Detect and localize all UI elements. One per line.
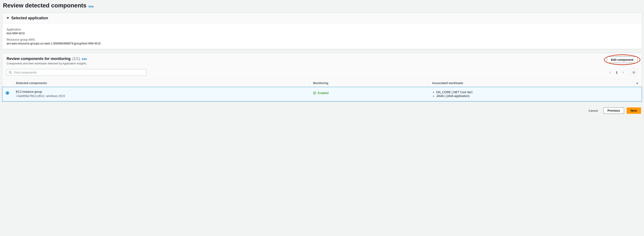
search-wrap bbox=[6, 69, 146, 76]
workloads-list: DN_CORE (.NET Core tier) JAVA1 (JAVA app… bbox=[432, 90, 638, 98]
col-workloads[interactable]: Associated workloads bbox=[429, 79, 633, 87]
components-toolbar: 1 bbox=[2, 67, 642, 79]
pager: 1 bbox=[607, 69, 638, 76]
page-title-text: Review detected components bbox=[3, 2, 86, 9]
svg-point-3 bbox=[313, 92, 316, 94]
review-components-title: Review components for monitoring bbox=[6, 56, 70, 61]
gear-icon bbox=[632, 70, 636, 74]
component-subtext: i-0a0858a7fd11cd51c: windows 2019 bbox=[16, 94, 306, 98]
footer-actions: Cancel Previous Next bbox=[2, 105, 642, 114]
col-detected[interactable]: Detected components bbox=[12, 79, 310, 87]
selected-application-header[interactable]: Selected application bbox=[2, 13, 642, 23]
row-radio[interactable] bbox=[6, 91, 9, 95]
svg-point-0 bbox=[9, 71, 11, 73]
search-input[interactable] bbox=[6, 69, 146, 76]
settings-button[interactable] bbox=[630, 69, 638, 76]
col-monitoring[interactable]: Monitoring bbox=[310, 79, 428, 87]
svg-point-2 bbox=[634, 72, 634, 73]
pager-next-button[interactable] bbox=[620, 69, 626, 75]
resource-group-arn-label: Resource group ARN bbox=[6, 38, 638, 41]
components-table: Detected components Monitoring Associate… bbox=[2, 79, 642, 101]
next-button[interactable]: Next bbox=[626, 107, 641, 114]
chevron-right-icon bbox=[622, 71, 624, 74]
caret-down-icon bbox=[6, 17, 9, 19]
search-icon bbox=[9, 71, 12, 74]
review-components-header: Review components for monitoring (1/1) I… bbox=[2, 53, 642, 67]
chevron-left-icon bbox=[609, 71, 612, 74]
page-info-link[interactable]: Info bbox=[88, 5, 94, 8]
review-components-info-link[interactable]: Info bbox=[82, 57, 87, 61]
resource-group-arn-value: arn:aws:resource-groups:us-east-1:856960… bbox=[6, 42, 638, 45]
cancel-button[interactable]: Cancel bbox=[586, 107, 601, 114]
application-label: Application bbox=[6, 28, 638, 31]
column-menu-icon bbox=[636, 83, 638, 84]
pager-prev-button[interactable] bbox=[607, 69, 613, 75]
check-circle-icon bbox=[313, 91, 316, 95]
col-actions[interactable] bbox=[633, 79, 642, 87]
review-components-panel: Review components for monitoring (1/1) I… bbox=[2, 53, 642, 101]
previous-button[interactable]: Previous bbox=[604, 107, 624, 114]
selected-application-body: Application test-MW-W19 Resource group A… bbox=[2, 23, 642, 49]
workload-item: DN_CORE (.NET Core tier) bbox=[436, 90, 638, 94]
monitoring-status: Enabled bbox=[313, 91, 328, 95]
edit-component-annotation: Edit component bbox=[607, 56, 638, 63]
edit-component-button[interactable]: Edit component bbox=[607, 56, 638, 63]
table-row[interactable]: EC2 instance group i-0a0858a7fd11cd51c: … bbox=[2, 87, 642, 101]
review-components-subtitle: Components and their workloads detected … bbox=[6, 62, 87, 65]
workload-item: JAVA1 (JAVA application) bbox=[436, 94, 638, 98]
selected-application-panel: Selected application Application test-MW… bbox=[2, 13, 642, 49]
application-value: test-MW-W19 bbox=[6, 31, 638, 35]
review-components-count: (1/1) bbox=[72, 56, 80, 61]
pager-page-number: 1 bbox=[616, 71, 618, 74]
component-name: EC2 instance group bbox=[16, 90, 306, 93]
monitoring-status-text: Enabled bbox=[318, 91, 328, 95]
col-select bbox=[2, 79, 12, 87]
page-title: Review detected components Info bbox=[3, 2, 642, 9]
selected-application-title: Selected application bbox=[11, 16, 48, 20]
svg-line-1 bbox=[11, 73, 12, 74]
